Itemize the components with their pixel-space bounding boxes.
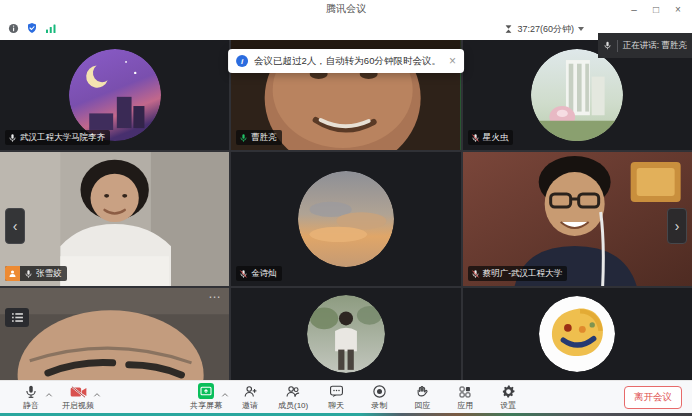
chevron-down-icon bbox=[578, 27, 584, 31]
close-button[interactable]: × bbox=[668, 1, 688, 17]
chat-button[interactable]: 聊天 bbox=[321, 381, 351, 414]
chat-icon bbox=[329, 383, 344, 399]
window-controls: – □ × bbox=[624, 0, 688, 18]
video-feed bbox=[0, 288, 229, 380]
mic-muted-icon bbox=[468, 266, 483, 281]
camera-off-icon bbox=[70, 383, 87, 399]
hourglass-icon bbox=[504, 20, 513, 38]
invite-button[interactable]: 邀请 bbox=[235, 381, 265, 414]
meeting-timer[interactable]: 37:27(60分钟) bbox=[504, 20, 584, 38]
settings-label: 设置 bbox=[500, 400, 516, 411]
participant-name-tag: 星火虫 bbox=[468, 130, 514, 145]
previous-page-button[interactable]: ‹ bbox=[5, 208, 25, 244]
chevron-up-icon[interactable] bbox=[45, 384, 53, 402]
record-button[interactable]: 录制 bbox=[364, 381, 394, 414]
participant-name: 曹胜亮 bbox=[251, 132, 277, 144]
participant-name: 武汉工程大学马院李齐 bbox=[20, 132, 105, 144]
speaking-text: 正在讲话: 曹胜亮 bbox=[623, 40, 687, 52]
window-title: 腾讯会议 bbox=[326, 2, 366, 16]
gear-icon bbox=[501, 383, 516, 399]
shield-check-icon[interactable] bbox=[26, 20, 38, 38]
start-video-button[interactable]: 开启视频 bbox=[62, 381, 94, 414]
mic-speaking-icon bbox=[236, 130, 251, 145]
meeting-window: 腾讯会议 – □ × 37:27(60分钟) bbox=[0, 0, 692, 416]
apps-label: 应用 bbox=[457, 400, 473, 411]
reaction-hand-icon bbox=[415, 383, 430, 399]
participant-tile[interactable]: 金诗灿 bbox=[231, 152, 460, 286]
timer-text: 37:27(60分钟) bbox=[517, 23, 574, 36]
invite-label: 邀请 bbox=[242, 400, 258, 411]
share-screen-icon bbox=[198, 383, 214, 399]
meeting-toolbar: 静音 开启视频 共享屏幕 邀请 bbox=[0, 380, 692, 413]
record-icon bbox=[372, 383, 387, 399]
mic-muted-icon bbox=[236, 266, 251, 281]
avatar bbox=[539, 296, 615, 372]
members-icon bbox=[285, 383, 301, 399]
titlebar: 腾讯会议 – □ × bbox=[0, 0, 692, 18]
participant-name-tag: 张雪姣 bbox=[5, 266, 67, 281]
speaking-indicator: 正在讲话: 曹胜亮 bbox=[598, 33, 692, 58]
participant-tile[interactable] bbox=[463, 288, 692, 380]
statusbar: 37:27(60分钟) 正在讲话: 曹胜亮 bbox=[0, 18, 692, 40]
layout-list-button[interactable] bbox=[5, 308, 29, 327]
mute-label: 静音 bbox=[23, 400, 39, 411]
host-badge-icon bbox=[5, 266, 20, 281]
mute-button[interactable]: 静音 bbox=[16, 381, 46, 414]
info-icon: i bbox=[236, 55, 248, 67]
settings-button[interactable]: 设置 bbox=[493, 381, 523, 414]
participant-tile[interactable] bbox=[231, 288, 460, 380]
video-grid: 武汉工程大学马院李齐 曹胜亮 bbox=[0, 40, 692, 380]
participant-name-tag: 蔡明广-武汉工程大学 bbox=[468, 266, 567, 281]
reactions-label: 回应 bbox=[414, 400, 430, 411]
next-page-button[interactable]: › bbox=[667, 208, 687, 244]
microphone-icon bbox=[603, 37, 612, 55]
leave-meeting-button[interactable]: 离开会议 bbox=[624, 386, 682, 409]
info-icon[interactable] bbox=[8, 20, 19, 38]
apps-button[interactable]: 应用 bbox=[450, 381, 480, 414]
avatar bbox=[298, 171, 394, 267]
chevron-up-icon[interactable] bbox=[221, 384, 229, 402]
share-screen-label: 共享屏幕 bbox=[190, 400, 222, 411]
participant-name-tag: 曹胜亮 bbox=[236, 130, 282, 145]
record-label: 录制 bbox=[371, 400, 387, 411]
share-screen-button[interactable]: 共享屏幕 bbox=[190, 381, 222, 414]
maximize-button[interactable]: □ bbox=[646, 1, 666, 17]
chat-label: 聊天 bbox=[328, 400, 344, 411]
microphone-icon bbox=[24, 383, 38, 399]
network-signal-icon[interactable] bbox=[45, 20, 57, 38]
avatar bbox=[69, 49, 161, 141]
participant-name: 星火虫 bbox=[483, 132, 509, 144]
participant-name: 金诗灿 bbox=[251, 268, 277, 280]
participant-tile[interactable]: 武汉工程大学马院李齐 bbox=[0, 40, 229, 150]
participant-name: 张雪姣 bbox=[36, 268, 62, 280]
avatar bbox=[531, 49, 623, 141]
banner-close-icon[interactable]: × bbox=[449, 54, 456, 68]
banner-text: 会议已超过2人，自动转为60分钟限时会议。 bbox=[254, 55, 441, 68]
apps-grid-icon bbox=[458, 383, 472, 399]
invite-person-icon bbox=[243, 383, 258, 399]
mic-on-icon bbox=[21, 266, 36, 281]
participant-name-tag: 武汉工程大学马院李齐 bbox=[5, 130, 110, 145]
mic-on-icon bbox=[5, 130, 20, 145]
chevron-up-icon[interactable] bbox=[93, 384, 101, 402]
divider bbox=[617, 40, 618, 52]
minimize-button[interactable]: – bbox=[624, 1, 644, 17]
mic-muted-icon bbox=[468, 130, 483, 145]
participant-name-tag: 金诗灿 bbox=[236, 266, 282, 281]
avatar bbox=[307, 295, 385, 373]
members-label: 成员(10) bbox=[278, 400, 308, 411]
members-button[interactable]: 成员(10) bbox=[278, 381, 308, 414]
participant-tile[interactable]: 张雪姣 bbox=[0, 152, 229, 286]
participant-tile[interactable]: ⋯ bbox=[0, 288, 229, 380]
tile-more-options-button[interactable]: ⋯ bbox=[208, 290, 221, 304]
participant-name: 蔡明广-武汉工程大学 bbox=[483, 268, 562, 280]
participant-tile[interactable]: 蔡明广-武汉工程大学 bbox=[463, 152, 692, 286]
reactions-button[interactable]: 回应 bbox=[407, 381, 437, 414]
start-video-label: 开启视频 bbox=[62, 400, 94, 411]
meeting-limit-banner: i 会议已超过2人，自动转为60分钟限时会议。 × bbox=[228, 49, 464, 73]
